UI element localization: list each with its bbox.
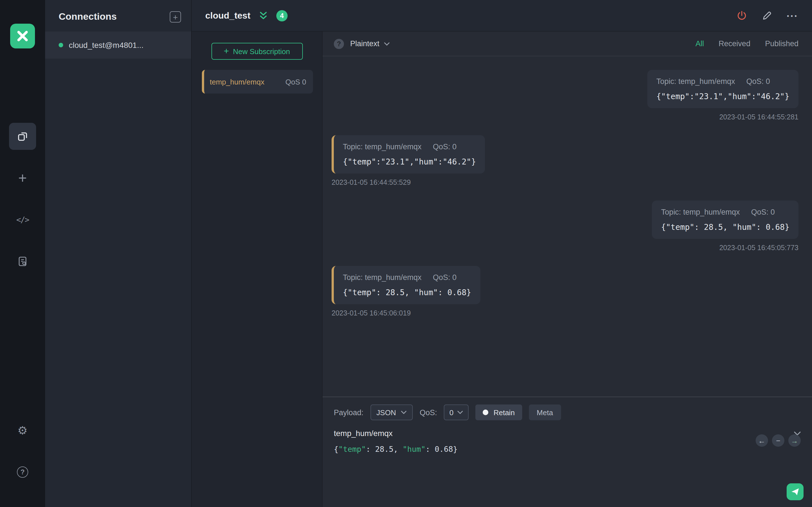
filter-all[interactable]: All xyxy=(696,40,704,48)
connection-name: cloud_test@m4801... xyxy=(69,41,144,50)
messages-panel: ? Plaintext All Received Published xyxy=(322,32,812,507)
message-bubble[interactable]: Topic: temp_hum/emqx QoS: 0 {"temp":"23.… xyxy=(332,135,485,173)
messages-toolbar: ? Plaintext All Received Published xyxy=(322,32,812,56)
editor-token: } xyxy=(453,445,458,453)
payload-format-help-icon[interactable]: ? xyxy=(334,39,344,49)
message-filters: All Received Published xyxy=(696,40,799,48)
connection-status-dot xyxy=(59,43,63,47)
message-payload: {"temp":"23.1","hum":"46.2"} xyxy=(343,157,476,166)
message-published: Topic: temp_hum/emqx QoS: 0 {"temp": 28.… xyxy=(332,201,799,252)
help-icon: ? xyxy=(17,466,28,478)
plus-icon: + xyxy=(18,171,27,185)
qos-label: QoS: xyxy=(419,408,437,416)
editor-token: 28.5 xyxy=(375,445,393,453)
main-body: + New Subscription temp_hum/emqx QoS 0 ?… xyxy=(192,32,812,507)
plus-icon: + xyxy=(173,13,178,21)
chevron-down-icon xyxy=(457,411,463,414)
mqttx-logo-icon xyxy=(10,24,35,48)
message-meta: Topic: temp_hum/emqx QoS: 0 xyxy=(661,208,790,216)
sidebar-item-new-connection[interactable]: + xyxy=(9,165,36,191)
connections-panel: Connections + cloud_test@m4801... xyxy=(45,0,192,507)
chevron-down-icon xyxy=(384,42,390,45)
mqttx-app-window: + </> ⚙ ? Connections xyxy=(0,0,812,507)
sidebar-item-script[interactable]: </> xyxy=(9,206,36,233)
main-area: cloud_test 4 xyxy=(192,0,812,507)
subscription-topic: temp_hum/emqx xyxy=(210,77,264,86)
message-timestamp: 2023-01-05 16:44:55:529 xyxy=(332,179,799,186)
message-payload: {"temp": 28.5, "hum": 0.68} xyxy=(343,288,471,297)
message-payload: {"temp":"23.1","hum":"46.2"} xyxy=(656,92,790,101)
connection-header: cloud_test 4 xyxy=(192,0,812,32)
new-subscription-label: New Subscription xyxy=(233,47,290,55)
paper-plane-icon xyxy=(791,487,800,496)
message-bubble[interactable]: Topic: temp_hum/emqx QoS: 0 {"temp": 28.… xyxy=(652,201,799,239)
disconnect-button[interactable] xyxy=(737,10,748,21)
message-bubble[interactable]: Topic: temp_hum/emqx QoS: 0 {"temp":"23.… xyxy=(647,70,799,108)
subscriptions-panel: + New Subscription temp_hum/emqx QoS 0 xyxy=(192,32,322,507)
meta-label: Meta xyxy=(537,408,553,416)
message-timestamp: 2023-01-05 16:45:06:019 xyxy=(332,309,799,317)
message-qos: QoS: 0 xyxy=(751,208,775,216)
collapse-panel-button[interactable] xyxy=(258,11,268,20)
history-back-button[interactable]: ← xyxy=(756,434,768,447)
message-payload: {"temp": 28.5, "hum": 0.68} xyxy=(661,223,790,231)
publish-panel: Payload: JSON QoS: 0 Retain xyxy=(322,397,812,507)
message-topic: Topic: temp_hum/emqx xyxy=(343,273,421,282)
message-qos: QoS: 0 xyxy=(746,77,770,86)
sidebar-item-log[interactable] xyxy=(9,248,36,275)
payload-format-value: JSON xyxy=(376,408,396,416)
qos-value: 0 xyxy=(449,408,453,416)
payload-editor[interactable]: {"temp": 28.5, "hum": 0.68} xyxy=(334,445,801,453)
message-format-select[interactable]: Plaintext xyxy=(350,40,390,48)
connections-icon xyxy=(17,131,28,142)
retain-dot-icon xyxy=(483,409,488,415)
subscription-count-badge: 4 xyxy=(276,10,288,21)
add-connection-button[interactable]: + xyxy=(170,11,181,22)
retain-toggle[interactable]: Retain xyxy=(475,404,522,420)
editor-token: , xyxy=(393,445,403,453)
retain-label: Retain xyxy=(493,408,515,416)
topic-input[interactable]: temp_hum/emqx xyxy=(334,429,801,438)
message-timestamp: 2023-01-05 16:44:55:281 xyxy=(332,113,799,121)
sidebar-item-connections[interactable] xyxy=(9,123,36,150)
sidebar-item-help[interactable]: ? xyxy=(9,459,36,486)
more-options-button[interactable]: ••• xyxy=(787,12,799,19)
history-forward-button[interactable]: → xyxy=(788,434,801,447)
editor-token: : xyxy=(425,445,435,453)
connection-list-item[interactable]: cloud_test@m4801... xyxy=(45,32,191,59)
chevron-down-icon xyxy=(401,411,407,414)
edit-connection-button[interactable] xyxy=(762,10,772,20)
history-remove-button[interactable]: − xyxy=(772,434,784,447)
editor-token: 0.68 xyxy=(435,445,453,453)
filter-published[interactable]: Published xyxy=(765,40,799,48)
log-icon xyxy=(17,256,28,267)
message-meta: Topic: temp_hum/emqx QoS: 0 xyxy=(656,77,790,86)
new-subscription-button[interactable]: + New Subscription xyxy=(211,43,303,60)
send-button[interactable] xyxy=(786,483,804,500)
payload-format-select[interactable]: JSON xyxy=(370,404,413,420)
message-topic: Topic: temp_hum/emqx xyxy=(656,77,735,86)
subscription-qos: QoS 0 xyxy=(280,77,306,86)
subscription-item[interactable]: temp_hum/emqx QoS 0 xyxy=(202,70,313,94)
editor-token: : xyxy=(366,445,375,453)
message-topic: Topic: temp_hum/emqx xyxy=(661,208,740,216)
message-received: Topic: temp_hum/emqx QoS: 0 {"temp":"23.… xyxy=(332,135,799,186)
editor-token: { xyxy=(334,445,338,453)
qos-select[interactable]: 0 xyxy=(444,404,469,420)
sidebar-item-settings[interactable]: ⚙ xyxy=(9,417,36,444)
message-qos: QoS: 0 xyxy=(433,273,456,282)
code-icon: </> xyxy=(16,215,29,224)
message-list[interactable]: Topic: temp_hum/emqx QoS: 0 {"temp":"23.… xyxy=(322,56,812,397)
meta-button[interactable]: Meta xyxy=(529,404,561,420)
icon-rail: + </> ⚙ ? xyxy=(0,0,45,507)
message-received: Topic: temp_hum/emqx QoS: 0 {"temp": 28.… xyxy=(332,266,799,317)
gear-icon: ⚙ xyxy=(17,425,28,436)
editor-token: "temp" xyxy=(338,445,366,453)
connections-panel-header: Connections + xyxy=(45,0,191,32)
payload-label: Payload: xyxy=(334,408,363,416)
filter-received[interactable]: Received xyxy=(719,40,751,48)
payload-history-nav: ← − → xyxy=(756,434,801,447)
message-bubble[interactable]: Topic: temp_hum/emqx QoS: 0 {"temp": 28.… xyxy=(332,266,480,304)
message-topic: Topic: temp_hum/emqx xyxy=(343,143,421,151)
message-qos: QoS: 0 xyxy=(433,143,456,151)
